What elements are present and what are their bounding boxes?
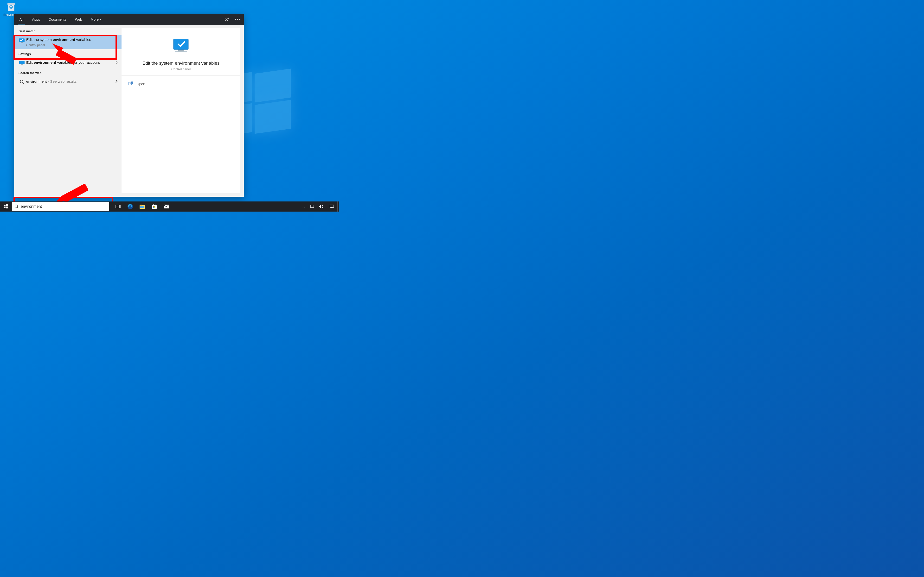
svg-rect-36	[155, 206, 155, 207]
section-search-web: Search the web	[14, 70, 121, 77]
svg-rect-39	[164, 205, 169, 208]
tab-documents[interactable]: Documents	[45, 14, 70, 25]
tray-network-button[interactable]	[308, 201, 316, 211]
svg-rect-15	[129, 82, 132, 85]
svg-rect-35	[153, 206, 154, 207]
file-explorer-icon	[139, 204, 145, 209]
taskbar-app-mail[interactable]	[160, 201, 172, 211]
svg-rect-32	[140, 205, 142, 206]
search-icon	[15, 205, 19, 209]
svg-rect-21	[6, 205, 8, 206]
tray-overflow-button[interactable]: ︿	[299, 201, 307, 211]
detail-open-label: Open	[136, 82, 145, 86]
svg-rect-0	[8, 4, 15, 11]
taskbar-app-store[interactable]	[148, 201, 160, 211]
svg-rect-37	[153, 207, 154, 208]
result-edit-system-env-vars[interactable]: Edit the system environment variables Co…	[14, 35, 121, 49]
svg-rect-7	[21, 64, 23, 65]
result-edit-user-env-vars[interactable]: Edit environment variables for your acco…	[14, 58, 121, 68]
options-icon[interactable]: •••	[235, 17, 241, 22]
recycle-bin-icon	[5, 2, 16, 13]
task-view-button[interactable]	[112, 201, 124, 211]
edge-icon	[127, 203, 133, 210]
svg-rect-5	[20, 43, 23, 43]
svg-point-9	[20, 80, 23, 83]
section-settings: Settings	[14, 51, 121, 58]
start-button[interactable]	[0, 201, 11, 211]
volume-icon	[318, 205, 323, 209]
feedback-icon[interactable]	[225, 17, 230, 22]
svg-point-24	[15, 205, 18, 208]
search-detail-pane: Edit the system environment variables Co…	[121, 28, 241, 193]
section-best-match: Best match	[14, 28, 121, 35]
svg-rect-20	[3, 205, 5, 206]
detail-title: Edit the system environment variables	[129, 61, 233, 66]
svg-rect-42	[330, 205, 334, 208]
monitor-icon	[18, 60, 26, 66]
svg-rect-6	[19, 61, 24, 64]
svg-rect-33	[140, 206, 144, 208]
tab-apps[interactable]: Apps	[28, 14, 44, 25]
system-tray: ︿	[299, 201, 326, 211]
start-search-panel: All Apps Documents Web More▾ ••• Best ma…	[14, 14, 244, 197]
svg-rect-40	[310, 205, 314, 208]
svg-rect-22	[3, 206, 5, 208]
svg-rect-34	[152, 205, 157, 209]
svg-rect-4	[21, 42, 23, 43]
tray-volume-button[interactable]	[317, 201, 325, 211]
chevron-right-icon	[115, 61, 118, 65]
tab-more[interactable]: More▾	[87, 14, 105, 25]
taskbar-app-edge[interactable]	[124, 201, 136, 211]
svg-line-25	[17, 207, 19, 208]
svg-rect-26	[116, 205, 119, 208]
detail-subtitle: Control panel	[129, 67, 233, 71]
svg-line-10	[23, 83, 24, 84]
network-icon	[310, 205, 315, 209]
result-title: Edit environment variables for your acco…	[26, 60, 112, 65]
tab-all[interactable]: All	[16, 14, 27, 25]
svg-rect-8	[20, 65, 24, 65]
svg-rect-23	[6, 206, 8, 208]
control-panel-monitor-large-icon	[170, 38, 192, 55]
result-web-search[interactable]: environment - See web results	[14, 77, 121, 87]
action-center-icon	[330, 205, 334, 209]
task-view-icon	[115, 205, 121, 209]
svg-point-2	[226, 18, 228, 19]
tab-web[interactable]: Web	[71, 14, 86, 25]
svg-rect-38	[155, 207, 155, 208]
svg-point-30	[129, 205, 131, 208]
open-icon	[128, 81, 133, 86]
result-title: Edit the system environment variables	[26, 37, 112, 42]
search-results-list: Best match Edit the system environment v…	[14, 25, 121, 197]
taskbar-search-box[interactable]	[12, 202, 109, 211]
show-desktop-button[interactable]	[338, 201, 339, 211]
detail-open-action[interactable]: Open	[127, 79, 235, 89]
windows-logo-icon	[3, 205, 8, 209]
result-subtitle: Control panel	[26, 43, 112, 47]
action-center-button[interactable]	[326, 201, 338, 211]
search-icon	[18, 79, 26, 84]
taskbar-app-explorer[interactable]	[136, 201, 148, 211]
svg-rect-13	[173, 39, 188, 50]
control-panel-monitor-icon	[18, 37, 26, 44]
taskbar-search-input[interactable]	[21, 205, 107, 209]
chevron-right-icon	[115, 80, 118, 84]
svg-rect-12	[178, 50, 184, 52]
svg-rect-1	[8, 3, 15, 5]
store-icon	[151, 204, 157, 209]
mail-icon	[163, 205, 169, 209]
search-scope-tabs: All Apps Documents Web More▾ •••	[14, 14, 244, 25]
taskbar: ︿	[0, 201, 339, 211]
result-title: environment - See web results	[26, 79, 112, 84]
chevron-up-icon: ︿	[302, 205, 305, 209]
